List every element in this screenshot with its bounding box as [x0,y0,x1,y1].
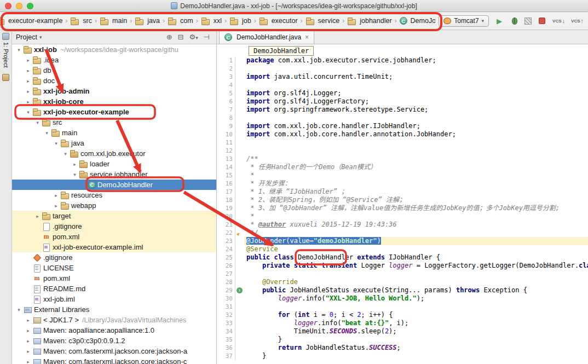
tree-item-loader[interactable]: ▸loader [12,159,216,169]
breadcrumb-item-java[interactable]: java [134,16,161,26]
line-number[interactable]: 32 [217,311,235,319]
tree-item-java[interactable]: ▾java [12,138,216,148]
line-number[interactable]: 26 [217,262,235,270]
breadcrumb-item-jobhandler[interactable]: jobhandler [346,16,393,26]
code-line-23[interactable]: 23@JobHander(value="demoJobHandler") [217,237,588,245]
tree-item-.gitignore[interactable]: .gitignore [12,221,216,232]
tree-item-doc[interactable]: ▸doc [12,76,216,86]
line-number[interactable]: 8 [217,114,235,122]
code-line-27[interactable]: 27 [217,270,588,278]
line-number[interactable]: 30 [217,294,235,303]
code-line-19[interactable]: 19 * 3、加 “@JobHander” 注解，注解value值为新增任务生成… [217,204,588,212]
line-number[interactable]: 11 [217,138,235,147]
line-number[interactable]: 35 [217,336,235,344]
line-number[interactable]: 6 [217,97,235,106]
code-line-16[interactable]: 16 * 开发步骤： [217,180,588,188]
project-panel-title[interactable]: Project [16,33,37,41]
line-number[interactable]: 4 [217,81,235,89]
line-number[interactable]: 15 [217,171,235,180]
line-number[interactable]: 17 [217,188,235,196]
code-line-2[interactable]: 2 [217,65,588,73]
code-area[interactable]: 1package com.xxl.job.executor.service.jo… [217,56,588,364]
expand-arrow-icon[interactable]: ▸ [24,57,32,63]
line-number[interactable]: 34 [217,327,235,336]
code-line-26[interactable]: 26 private static transient Logger logge… [217,262,588,270]
zoom-window-button[interactable] [27,3,33,9]
code-line-33[interactable]: 33 logger.info("beat at:{}", i); [217,319,588,327]
breadcrumb-item-executor-example[interactable]: executor-example [0,16,64,26]
settings-gear-icon[interactable]: ⚙▾ [186,33,200,41]
code-line-18[interactable]: 18 * 2、装配到Spring，例如加 “@Service” 注解； [217,196,588,204]
expand-arrow-icon[interactable]: ▸ [52,193,60,198]
line-number[interactable]: 5 [217,89,235,97]
line-number[interactable]: 12 [217,147,235,155]
line-number[interactable]: 36 [217,344,235,352]
line-number[interactable]: 29 [217,286,235,294]
tree-item-target[interactable]: ▸target [12,211,216,221]
run-button[interactable]: ▶ [495,16,504,25]
expand-arrow-icon[interactable]: ▸ [52,203,60,209]
line-number[interactable]: 18 [217,196,235,204]
override-gutter-icon[interactable]: ↑ [237,287,243,293]
code-line-21[interactable]: 21 * @author xuxueli 2015-12-19 19:43:36 [217,221,588,229]
tree-item-maven-aopalliance-aopalliance-1.0[interactable]: ▸Maven: aopalliance:aopalliance:1.0 [12,325,216,336]
expand-arrow-icon[interactable]: ▸ [24,328,32,333]
collapse-arrow-icon[interactable]: ▾ [52,141,60,146]
line-number[interactable]: 1 [217,56,235,65]
tab-demojobhandler-java[interactable]: C DemoJobHandler.java × [219,30,314,44]
tree-item-xxl-job-admin[interactable]: ▸xxl-job-admin [12,86,216,96]
line-number[interactable]: 14 [217,163,235,171]
breadcrumb-item-src[interactable]: src [69,16,93,26]
vcs-update-button[interactable]: VCS↓ [552,18,565,24]
code-line-17[interactable]: 17 * 1、继承 “IJobHandler” ； [217,188,588,196]
breadcrumb-item-xxl[interactable]: xxl [200,16,223,26]
collapse-all-icon[interactable]: ⊟ [175,33,187,41]
collapse-arrow-icon[interactable]: ▾ [15,47,23,53]
line-number[interactable]: 24 [217,245,235,253]
line-number[interactable]: 13 [217,155,235,163]
collapse-arrow-icon[interactable]: ▾ [43,130,51,136]
expand-arrow-icon[interactable]: ▸ [24,89,32,94]
code-line-5[interactable]: 5import org.slf4j.Logger; [217,89,588,97]
tree-item-maven-com.fasterxml.jackson.core-jackson-a[interactable]: ▸Maven: com.fasterxml.jackson.core:jacks… [12,346,216,356]
breadcrumb-item-main[interactable]: main [99,16,128,26]
code-line-30[interactable]: 30 logger.info("XXL-JOB, Hello World."); [217,294,588,303]
code-line-11[interactable]: 11 [217,138,588,147]
tree-item-.gitignore[interactable]: .gitignore [12,252,216,263]
code-line-10[interactable]: 10import com.xxl.job.core.handler.annota… [217,130,588,138]
project-tool-window-button[interactable]: 1: Project [0,30,11,67]
expand-arrow-icon[interactable]: ▸ [33,213,42,219]
line-number[interactable]: 22 [217,229,235,237]
code-line-34[interactable]: 34 TimeUnit.SECONDS.sleep(2); [217,327,588,336]
line-number[interactable]: 20 [217,212,235,221]
line-number[interactable]: 16 [217,180,235,188]
line-number[interactable]: 23 [217,237,235,245]
code-line-12[interactable]: 12 [217,147,588,155]
expand-arrow-icon[interactable]: ▸ [24,99,32,105]
close-window-button[interactable] [5,3,11,9]
tree-item-main[interactable]: ▾main [12,128,216,138]
coverage-button[interactable] [524,18,532,25]
code-line-15[interactable]: 15 * [217,171,588,180]
breadcrumb-item-demojobhandler[interactable]: CDemoJobHandler [399,16,436,26]
tree-item-pom.xml[interactable]: mpom.xml [12,273,216,284]
tree-item-xxl-job-core[interactable]: ▸xxl-job-core [12,96,216,107]
line-number[interactable]: 33 [217,319,235,327]
debug-button[interactable] [510,16,518,25]
code-line-24[interactable]: 24@Service [217,245,588,253]
line-number[interactable]: 2 [217,65,235,73]
code-line-20[interactable]: 20 * [217,212,588,221]
tree-item-src[interactable]: ▾src [12,117,216,128]
expand-arrow-icon[interactable]: ▸ [24,68,32,73]
collapse-arrow-icon[interactable]: ▾ [15,307,23,313]
collapse-arrow-icon[interactable]: ▾ [71,172,79,177]
line-number[interactable]: 3 [217,73,235,81]
breadcrumb-item-executor[interactable]: executor [258,16,299,26]
code-line-6[interactable]: 6import org.slf4j.LoggerFactory; [217,97,588,106]
tree-item-service.jobhandler[interactable]: ▾service.jobhandler [12,169,216,180]
tree-item-xxl-job-executor-example[interactable]: ▾xxl-job-executor-example [12,107,216,117]
code-line-32[interactable]: 32 for (int i = 0; i < 2; i++) { [217,311,588,319]
breadcrumb-item-job[interactable]: job [228,16,252,26]
tree-item-webapp[interactable]: ▸webapp [12,200,216,211]
code-line-28[interactable]: 28 @Override [217,278,588,286]
